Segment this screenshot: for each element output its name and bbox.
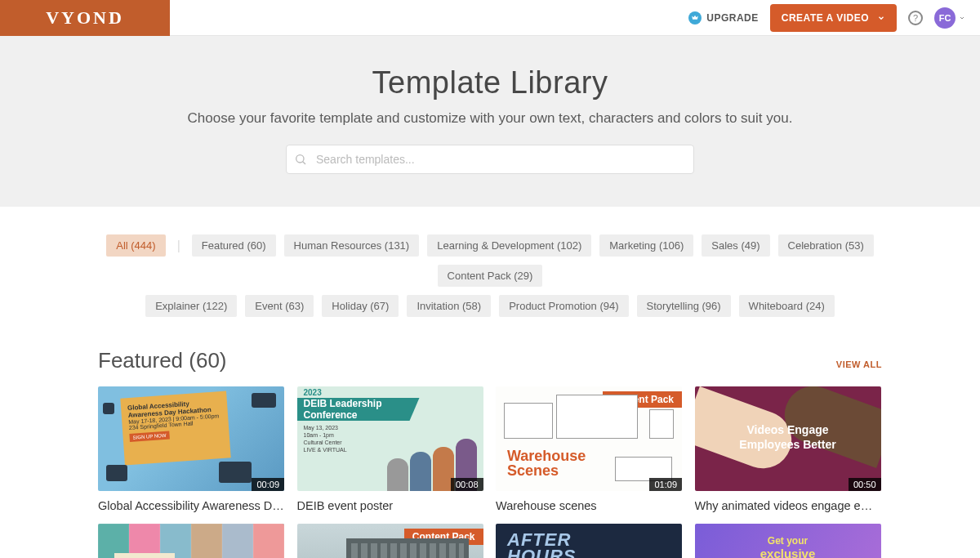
card-title: Warehouse scenes <box>496 499 682 512</box>
filter-chip[interactable]: Explainer (122) <box>145 295 237 317</box>
thumbnail: 2023 DEIB Leadership Conference May 13, … <box>297 386 483 491</box>
thumbnail: Global Accessibility Awareness Day Hacka… <box>98 386 284 491</box>
thumb-text: Get your <box>768 535 808 547</box>
content: All (444)|Featured (60)Human Resources (… <box>98 207 882 558</box>
filter-chip[interactable]: Whiteboard (24) <box>739 295 835 317</box>
filter-chip[interactable]: Celebration (53) <box>778 234 874 257</box>
page-subtitle: Choose your favorite template and custom… <box>0 110 980 127</box>
help-icon[interactable]: ? <box>908 11 923 25</box>
template-card[interactable]: 2023 DEIB Leadership Conference May 13, … <box>297 386 485 512</box>
logo[interactable]: VYOND <box>0 0 170 36</box>
page-title: Template Library <box>0 65 980 100</box>
avatar: FC <box>934 7 956 29</box>
template-card[interactable]: Videos EngageEmployees Better 00:50 Why … <box>695 386 883 512</box>
thumb-text: exclusive <box>695 547 881 558</box>
upgrade-label: UPGRADE <box>706 12 759 24</box>
chevron-down-icon <box>877 14 885 22</box>
view-all-link[interactable]: VIEW ALL <box>836 359 882 369</box>
filter-chip[interactable]: Storytelling (96) <box>637 295 731 317</box>
template-card[interactable]: Get yourexclusiveoffer! <box>695 524 883 558</box>
upgrade-button[interactable]: UPGRADE <box>688 11 759 25</box>
svg-point-0 <box>296 155 304 163</box>
thumb-text: Employees Better <box>739 438 835 451</box>
create-label: CREATE A VIDEO <box>782 12 869 24</box>
search-input[interactable] <box>286 145 694 174</box>
filter-chip[interactable]: Marketing (106) <box>599 234 693 257</box>
user-menu[interactable]: FC <box>934 7 965 29</box>
thumbnail: Videos EngageEmployees Better 00:50 <box>695 386 881 491</box>
card-title: Global Accessibility Awareness Day ev... <box>98 499 284 512</box>
thumbnail: NationalVolunteerMonthAPRIL 1-30 Give a … <box>98 524 284 558</box>
filter-chip[interactable]: Content Pack (29) <box>438 265 543 287</box>
hero: Template Library Choose your favorite te… <box>0 36 980 207</box>
create-video-button[interactable]: CREATE A VIDEO <box>770 4 897 32</box>
filter-chip[interactable]: Human Resources (131) <box>284 234 420 257</box>
thumbnail: Get yourexclusiveoffer! <box>695 524 881 558</box>
filter-chip[interactable]: All (444) <box>106 234 165 257</box>
thumbnail: AFTER HOURS <box>496 524 682 558</box>
filter-chip[interactable]: Holiday (67) <box>322 295 399 317</box>
thumb-text: Warehouse <box>507 448 586 464</box>
thumb-text: 2023 <box>304 388 322 397</box>
header-actions: UPGRADE CREATE A VIDEO ? FC <box>688 4 980 32</box>
filter-chip[interactable]: Invitation (58) <box>407 295 491 317</box>
filter-chip[interactable]: Sales (49) <box>702 234 769 257</box>
section-header: Featured (60) VIEW ALL <box>98 348 882 373</box>
chevron-down-icon <box>959 15 965 21</box>
duration-badge: 01:09 <box>649 478 682 491</box>
template-card[interactable]: NationalVolunteerMonthAPRIL 1-30 Give a … <box>98 524 286 558</box>
search-icon <box>294 153 307 166</box>
logo-text: VYOND <box>46 7 124 29</box>
template-card[interactable]: Content Pack WarehouseScenes 01:09 Wareh… <box>496 386 684 512</box>
filter-chip[interactable]: Featured (60) <box>192 234 276 257</box>
section-title: Featured (60) <box>98 348 227 373</box>
template-grid: Global Accessibility Awareness Day Hacka… <box>98 386 882 558</box>
thumb-text: Scenes <box>507 462 559 479</box>
thumbnail: Content Pack Corporate OfficeScenes <box>297 524 483 558</box>
template-card[interactable]: AFTER HOURS <box>496 524 684 558</box>
search-wrap <box>286 145 694 174</box>
thumb-text: Videos Engage <box>746 423 828 436</box>
app-header: VYOND UPGRADE CREATE A VIDEO ? FC <box>0 0 980 36</box>
duration-badge: 00:50 <box>849 478 881 491</box>
filter-separator: | <box>177 239 180 253</box>
filter-row-2: Explainer (122)Event (63)Holiday (67)Inv… <box>98 295 882 317</box>
card-title: DEIB event poster <box>297 499 483 512</box>
card-title: Why animated videos engage employe... <box>695 499 881 512</box>
thumb-text: May 13, 2023 10am - 1pm Cultural Center … <box>304 424 347 453</box>
template-card[interactable]: Content Pack Corporate OfficeScenes <box>297 524 485 558</box>
thumbnail: Content Pack WarehouseScenes 01:09 <box>496 386 682 491</box>
filter-chip[interactable]: Learning & Development (102) <box>427 234 591 257</box>
template-card[interactable]: Global Accessibility Awareness Day Hacka… <box>98 386 286 512</box>
crown-icon <box>688 11 702 25</box>
filter-row-1: All (444)|Featured (60)Human Resources (… <box>98 234 882 287</box>
duration-badge: 00:08 <box>451 478 483 491</box>
duration-badge: 00:09 <box>252 478 284 491</box>
thumb-text: SIGN UP NOW <box>129 431 169 442</box>
filter-chip[interactable]: Event (63) <box>245 295 314 317</box>
filter-chip[interactable]: Product Promotion (94) <box>499 295 628 317</box>
thumb-text: AFTER HOURS <box>507 532 576 558</box>
